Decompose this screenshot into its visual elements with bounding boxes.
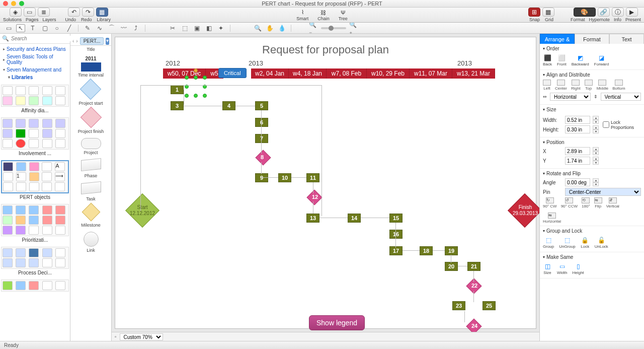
task-7[interactable]: 7 — [255, 134, 268, 143]
height-step-down[interactable]: ▾ — [593, 129, 599, 133]
rect-tool[interactable]: ▢ — [40, 24, 49, 32]
task-14[interactable]: 14 — [348, 214, 361, 223]
search-input[interactable] — [11, 36, 75, 41]
shape-project-finish[interactable]: Project finish — [78, 110, 104, 134]
week-header[interactable]: w11, 07 Mar — [410, 68, 452, 79]
same-size[interactable]: ◫Size — [543, 263, 552, 275]
lib-pert[interactable]: A1⟶ PERT objects — [1, 160, 69, 200]
lib-affinity[interactable]: Affinity dia... — [1, 85, 69, 113]
order-forward[interactable]: ◪Forward — [594, 54, 609, 66]
selection-handles[interactable] — [187, 78, 207, 98]
order-backward[interactable]: ◩Backward — [572, 54, 589, 66]
height-input[interactable] — [565, 125, 590, 133]
distribute-v-select[interactable]: Vertical — [601, 93, 641, 101]
canvas[interactable]: Request for proposal plan 201220132013w5… — [115, 37, 536, 329]
rotate-180[interactable]: ⟲180° — [582, 197, 590, 208]
add-page-icon[interactable]: ▫ — [115, 334, 117, 339]
eyedrop-tool[interactable]: 💧 — [277, 24, 286, 32]
library-button[interactable]: ▦ — [96, 8, 108, 17]
pointer-tool[interactable]: ▭ — [4, 24, 13, 32]
lib-prioritization[interactable]: Prioritizati... — [1, 204, 69, 243]
subtract-tool[interactable]: ◧ — [204, 24, 213, 32]
smart-connector-button[interactable]: ⌇Smart — [296, 9, 308, 21]
flip-h[interactable]: ⇆Horizontal — [543, 213, 561, 224]
shape-year[interactable]: 2011Time interval — [78, 56, 104, 78]
task-9[interactable]: 9 — [255, 173, 268, 182]
task-11[interactable]: 11 — [306, 173, 319, 182]
hand-tool[interactable]: ✋ — [265, 24, 274, 32]
crumb-tab-pert[interactable]: PERT... — [80, 37, 104, 45]
shape-link[interactable]: Link — [84, 232, 99, 253]
task-5[interactable]: 5 — [255, 101, 268, 110]
task-4[interactable]: 4 — [222, 101, 235, 110]
shape-project[interactable]: Project — [81, 138, 101, 155]
task-6[interactable]: 6 — [255, 118, 268, 127]
tab-text[interactable]: Text — [609, 34, 644, 44]
fwd-icon[interactable]: › — [76, 38, 77, 44]
week-header[interactable]: w13, 21 Mar — [452, 68, 495, 79]
order-front[interactable]: ⬜Front — [557, 54, 567, 66]
lock-proportions[interactable]: Lock Proportions — [603, 114, 641, 135]
spline-tool[interactable]: 〰 — [119, 24, 128, 32]
pos-x-input[interactable] — [565, 147, 590, 155]
flip-v[interactable]: ⇵Vertical — [606, 197, 619, 208]
zoom-select[interactable]: Custom 70% — [120, 333, 163, 340]
zoom-out-button[interactable]: 🔍 — [253, 24, 262, 32]
wand-tool[interactable]: ✦ — [216, 24, 225, 32]
width-step-down[interactable]: ▾ — [593, 120, 599, 124]
format-button[interactable]: 🎨 — [574, 8, 596, 17]
same-height[interactable]: ▯Height — [572, 263, 584, 275]
arc-tool[interactable]: ⌒ — [107, 24, 116, 32]
task-15[interactable]: 15 — [389, 214, 403, 223]
height-step-up[interactable]: ▴ — [593, 125, 599, 129]
tree-item-libraries[interactable]: ▾Libraries — [0, 74, 70, 81]
task-21[interactable]: 21 — [467, 262, 480, 271]
task-20[interactable]: 20 — [445, 262, 458, 271]
snap-toggle-button[interactable]: ⊞ — [528, 8, 540, 17]
align-top[interactable]: Top — [585, 80, 593, 91]
width-step-up[interactable]: ▴ — [593, 116, 599, 120]
layers-button[interactable]: ≣ — [38, 8, 50, 17]
week-header[interactable]: w10, 29 Feb — [367, 68, 410, 79]
tree-item-seven-basic[interactable]: ▸Seven Basic Tools of Quality — [0, 53, 70, 66]
tree-connector-button[interactable]: ΨTree — [339, 9, 348, 21]
tree-item-seven-mgmt[interactable]: ▾Seven Management and — [0, 66, 70, 74]
shape-project-start[interactable]: Project start — [78, 82, 103, 106]
grid-toggle-button[interactable]: ▦ — [542, 8, 554, 17]
shape-milestone[interactable]: Milestone — [81, 205, 101, 228]
undo-button[interactable]: ↶ — [68, 8, 80, 17]
ellipse-tool[interactable]: ○ — [52, 24, 61, 32]
align-center[interactable]: Center — [555, 80, 567, 91]
tab-arrange[interactable]: Arrange & Size — [540, 34, 575, 44]
task-18[interactable]: 18 — [420, 246, 433, 255]
angle-input[interactable] — [565, 178, 590, 186]
task-16[interactable]: 16 — [389, 230, 403, 239]
text-tool[interactable]: T — [28, 24, 37, 32]
task-1[interactable]: 1 — [171, 85, 184, 94]
group-btn[interactable]: ⬚Group — [543, 237, 554, 249]
align-bottom[interactable]: Bottom — [612, 80, 625, 91]
back-icon[interactable]: ‹ — [72, 38, 74, 44]
flip-btn[interactable]: ⇋Flip — [594, 197, 602, 208]
align-middle[interactable]: Middle — [597, 80, 609, 91]
same-width[interactable]: ▭Width — [557, 263, 567, 275]
width-input[interactable] — [565, 116, 590, 124]
pages-button[interactable]: ▭ — [24, 8, 36, 17]
lib-more[interactable] — [1, 280, 69, 292]
lock-btn[interactable]: 🔒Lock — [581, 237, 590, 249]
info-button[interactable]: ⓘ — [612, 8, 624, 17]
pos-y-input[interactable] — [565, 157, 590, 165]
task-23[interactable]: 23 — [452, 301, 465, 310]
task-25[interactable]: 25 — [482, 301, 496, 310]
shape-task[interactable]: Task — [81, 182, 101, 201]
task-13[interactable]: 13 — [306, 214, 319, 223]
task-17[interactable]: 17 — [389, 246, 403, 255]
pen-tool[interactable]: ✎ — [83, 24, 92, 32]
chain-connector-button[interactable]: ⛓Chain — [317, 9, 330, 21]
lib-involvement[interactable]: Involvement ... — [1, 117, 69, 156]
tab-format[interactable]: Format — [575, 34, 609, 44]
distribute-h-select[interactable]: Horizontal — [550, 93, 591, 101]
week-header[interactable]: w2, 04 Jan — [251, 68, 289, 79]
redo-button[interactable]: ↷ — [82, 8, 94, 17]
crumb-dropdown-icon[interactable]: ▾ — [106, 38, 109, 45]
